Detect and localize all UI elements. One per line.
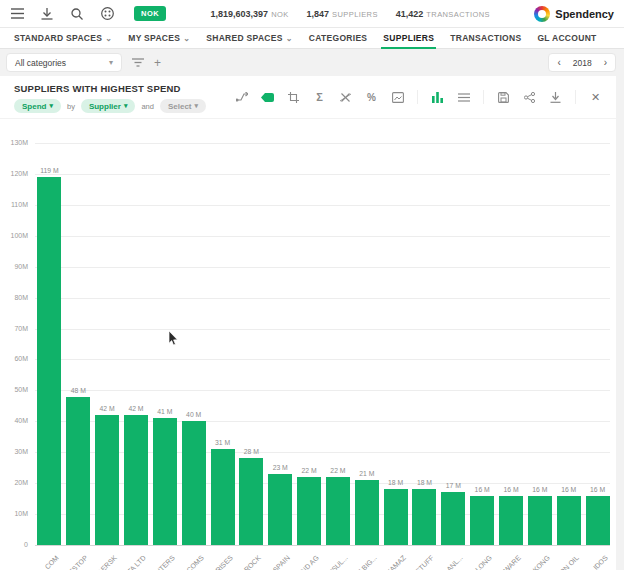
- gridline: [35, 143, 610, 144]
- bar-19[interactable]: [557, 496, 581, 545]
- y-tick-label: 110M: [0, 201, 28, 208]
- top-bar: NOK 1,819,603,397NOK1,847SUPPLIERS41,422…: [0, 0, 624, 28]
- currency-badge[interactable]: NOK: [134, 6, 166, 21]
- extra-dimension-pill[interactable]: Select ▾: [160, 99, 206, 113]
- merge-icon[interactable]: [235, 91, 248, 104]
- brand-logo: Spendency: [534, 6, 614, 22]
- bar-value-label: 28 M: [231, 448, 271, 455]
- tab-standard-spaces[interactable]: STANDARD SPACES⌄: [6, 28, 120, 48]
- spendency-logo-icon: [534, 6, 550, 22]
- download-icon[interactable]: [40, 7, 54, 21]
- toolbar-divider: [417, 90, 418, 104]
- palette-icon[interactable]: [100, 7, 114, 21]
- bar-value-label: 31 M: [203, 439, 243, 446]
- y-tick-label: 30M: [0, 448, 28, 455]
- tab-transactions[interactable]: TRANSACTIONS: [442, 28, 529, 48]
- category-select[interactable]: All categories ▾: [6, 53, 122, 72]
- bar-20[interactable]: [586, 496, 610, 545]
- gridline: [35, 452, 610, 453]
- tab-my-spaces[interactable]: MY SPACES⌄: [120, 28, 198, 48]
- bar-chart: 010M20M30M40M50M60M70M80M90M100M110M120M…: [0, 136, 616, 570]
- export-download-icon[interactable]: [549, 91, 562, 104]
- gridline: [35, 483, 610, 484]
- y-tick-label: 80M: [0, 294, 28, 301]
- chevron-down-icon: ⌄: [286, 34, 293, 43]
- menu-icon[interactable]: [10, 7, 24, 21]
- bar-16[interactable]: [470, 496, 494, 545]
- previous-year-button[interactable]: ‹: [555, 58, 562, 68]
- gridline: [35, 298, 610, 299]
- gridline: [35, 267, 610, 268]
- chevron-down-icon: ▾: [49, 102, 53, 110]
- gridline: [35, 359, 610, 360]
- search-icon[interactable]: [70, 7, 84, 21]
- bar-chart-view-icon[interactable]: [431, 91, 444, 104]
- bar-9[interactable]: [268, 474, 292, 545]
- bar-12[interactable]: [355, 480, 379, 545]
- y-tick-label: 130M: [0, 139, 28, 146]
- bar-value-label: 16 M: [578, 486, 618, 493]
- bar-1[interactable]: [37, 177, 61, 545]
- gridline: [35, 390, 610, 391]
- chevron-down-icon: ▾: [124, 102, 128, 110]
- category-select-value: All categories: [15, 58, 66, 68]
- list-view-icon[interactable]: [457, 91, 470, 104]
- image-icon[interactable]: [391, 91, 404, 104]
- save-icon[interactable]: [497, 91, 510, 104]
- tab-gl-account[interactable]: GL ACCOUNT: [529, 28, 604, 48]
- bar-13[interactable]: [384, 489, 408, 545]
- gridline: [35, 236, 610, 237]
- chevron-down-icon: ⌄: [105, 34, 112, 43]
- bar-17[interactable]: [499, 496, 523, 545]
- gridline: [35, 514, 610, 515]
- topbar-stats: 1,819,603,397NOK1,847SUPPLIERS41,422TRAN…: [211, 9, 490, 19]
- stat-transactions: 41,422TRANSACTIONS: [396, 9, 490, 19]
- bar-14[interactable]: [412, 489, 436, 545]
- crop-icon[interactable]: [287, 91, 300, 104]
- chevron-down-icon: ⌄: [183, 34, 190, 43]
- filter-icon[interactable]: [132, 58, 144, 67]
- bar-10[interactable]: [297, 477, 321, 545]
- tab-suppliers[interactable]: SUPPLIERS: [375, 28, 442, 48]
- y-tick-label: 20M: [0, 479, 28, 486]
- bar-18[interactable]: [528, 496, 552, 545]
- x-axis-line: [35, 545, 610, 546]
- main-nav: STANDARD SPACES⌄MY SPACES⌄SHARED SPACES⌄…: [0, 28, 624, 49]
- chevron-down-icon: ▾: [195, 102, 199, 110]
- bar-7[interactable]: [211, 449, 235, 545]
- y-tick-label: 10M: [0, 510, 28, 517]
- bar-2[interactable]: [66, 397, 90, 545]
- topbar-icon-group: NOK: [10, 6, 166, 21]
- filter-bar: All categories ▾ + ‹ 2018 ›: [0, 49, 624, 76]
- measure-pill[interactable]: Spend ▾: [14, 99, 61, 113]
- bar-4[interactable]: [124, 415, 148, 545]
- bar-value-label: 21 M: [347, 470, 387, 477]
- bar-15[interactable]: [441, 492, 465, 545]
- gridline: [35, 329, 610, 330]
- add-filter-icon[interactable]: +: [154, 57, 161, 69]
- bar-value-label: 48 M: [58, 387, 98, 394]
- chevron-down-icon: ▾: [109, 58, 113, 67]
- exclude-x-icon[interactable]: [339, 91, 352, 104]
- by-label: by: [67, 102, 75, 111]
- percent-icon[interactable]: %: [365, 91, 378, 104]
- bar-8[interactable]: [239, 458, 263, 545]
- card-toolbar: Σ % ✕: [235, 90, 602, 104]
- bar-5[interactable]: [153, 418, 177, 545]
- tab-categories[interactable]: CATEGORIES: [301, 28, 376, 48]
- tag-icon[interactable]: [261, 91, 274, 104]
- share-icon[interactable]: [523, 91, 536, 104]
- sum-icon[interactable]: Σ: [313, 91, 326, 104]
- y-tick-label: 40M: [0, 417, 28, 424]
- next-year-button[interactable]: ›: [602, 58, 609, 68]
- dimension-pill[interactable]: Supplier ▾: [81, 99, 136, 113]
- bar-11[interactable]: [326, 477, 350, 545]
- x-axis-label: . COM: [6, 554, 60, 570]
- stat-suppliers: 1,847SUPPLIERS: [307, 9, 378, 19]
- y-tick-label: 50M: [0, 386, 28, 393]
- tab-shared-spaces[interactable]: SHARED SPACES⌄: [198, 28, 301, 48]
- and-label: and: [141, 102, 154, 111]
- close-icon[interactable]: ✕: [589, 91, 602, 104]
- bar-3[interactable]: [95, 415, 119, 545]
- toolbar-divider: [483, 90, 484, 104]
